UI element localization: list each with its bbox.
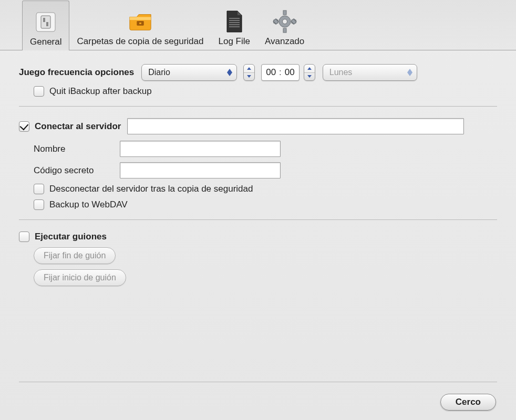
svg-rect-14 bbox=[283, 28, 286, 33]
svg-marker-27 bbox=[307, 75, 312, 78]
webdav-label: Backup to WebDAV bbox=[49, 200, 128, 210]
secret-row: Código secreto bbox=[34, 162, 497, 178]
set-start-script-button[interactable]: Fijar inicio de guión bbox=[34, 269, 126, 286]
webdav-checkbox[interactable] bbox=[34, 200, 44, 210]
svg-rect-3 bbox=[46, 22, 48, 26]
time-minute: 00 bbox=[285, 67, 295, 78]
tab-label: Log File bbox=[218, 36, 250, 47]
svg-rect-1 bbox=[41, 16, 50, 28]
svg-marker-29 bbox=[407, 72, 412, 76]
general-icon bbox=[33, 9, 58, 35]
gear-icon bbox=[272, 9, 297, 34]
svg-marker-22 bbox=[227, 69, 232, 72]
quit-after-row: Quit iBackup after backup bbox=[34, 86, 497, 97]
svg-marker-23 bbox=[227, 72, 232, 76]
tab-label: General bbox=[30, 37, 61, 47]
run-scripts-checkbox[interactable] bbox=[19, 232, 29, 242]
set-end-script-button[interactable]: Fijar fin de guión bbox=[34, 247, 116, 264]
connect-label: Conectar al servidor bbox=[35, 121, 121, 132]
time-stepper[interactable] bbox=[304, 64, 315, 81]
quit-label: Quit iBackup after backup bbox=[49, 86, 152, 97]
svg-rect-13 bbox=[283, 10, 286, 15]
svg-marker-28 bbox=[407, 69, 412, 72]
time-hour: 00 bbox=[266, 67, 276, 78]
footer-divider bbox=[19, 382, 497, 382]
tab-backup-folders[interactable]: Carpetas de copia de seguridad bbox=[69, 0, 211, 50]
name-label: Nombre bbox=[34, 144, 112, 154]
name-row: Nombre bbox=[34, 141, 497, 157]
frequency-row: Juego frecuencia opciones Diario 00 : 00 bbox=[19, 64, 497, 81]
secret-input[interactable] bbox=[120, 162, 281, 178]
frequency-popup[interactable]: Diario bbox=[141, 64, 237, 81]
frequency-stepper-1[interactable] bbox=[243, 64, 255, 81]
footer: Cerco bbox=[0, 394, 516, 411]
svg-marker-26 bbox=[307, 67, 312, 70]
day-selected: Lunes bbox=[329, 68, 358, 77]
close-button[interactable]: Cerco bbox=[440, 394, 496, 411]
run-scripts-label: Ejecutar guiones bbox=[35, 232, 107, 242]
time-sep: : bbox=[276, 67, 285, 78]
svg-marker-25 bbox=[247, 75, 251, 78]
svg-rect-6 bbox=[139, 23, 141, 24]
svg-rect-2 bbox=[43, 18, 45, 22]
logfile-icon bbox=[222, 9, 247, 34]
frequency-label: Juego frecuencia opciones bbox=[19, 67, 134, 78]
connect-checkbox[interactable] bbox=[19, 121, 29, 132]
svg-marker-24 bbox=[247, 67, 251, 70]
day-popup[interactable]: Lunes bbox=[323, 64, 417, 81]
server-address-input[interactable] bbox=[127, 118, 464, 134]
disconnect-label: Desconectar del servidor tras la copia d… bbox=[49, 184, 253, 194]
webdav-row: Backup to WebDAV bbox=[34, 200, 497, 210]
divider bbox=[19, 219, 497, 220]
scripts-row: Ejecutar guiones bbox=[19, 232, 497, 242]
svg-point-21 bbox=[282, 19, 287, 24]
time-field[interactable]: 00 : 00 bbox=[261, 64, 300, 81]
divider bbox=[19, 106, 497, 107]
chevron-updown-icon bbox=[406, 67, 414, 78]
secret-label: Código secreto bbox=[34, 165, 112, 176]
svg-rect-4 bbox=[130, 17, 151, 20]
name-input[interactable] bbox=[120, 141, 281, 157]
folder-icon bbox=[128, 9, 153, 34]
tab-label: Avanzado bbox=[265, 36, 304, 47]
disconnect-checkbox[interactable] bbox=[34, 184, 44, 194]
panel-advanced: Juego frecuencia opciones Diario 00 : 00 bbox=[0, 50, 516, 286]
disconnect-row: Desconectar del servidor tras la copia d… bbox=[34, 184, 497, 194]
connect-row: Conectar al servidor bbox=[19, 118, 497, 134]
tab-log-file[interactable]: Log File bbox=[211, 0, 257, 50]
tab-general[interactable]: General bbox=[22, 1, 69, 50]
tab-advanced[interactable]: Avanzado bbox=[257, 0, 312, 50]
chevron-updown-icon bbox=[226, 67, 233, 78]
quit-checkbox[interactable] bbox=[34, 86, 44, 97]
tab-label: Carpetas de copia de seguridad bbox=[77, 36, 203, 47]
toolbar: General Carpetas de copia de seguridad bbox=[0, 0, 516, 50]
frequency-selected: Diario bbox=[148, 68, 176, 77]
